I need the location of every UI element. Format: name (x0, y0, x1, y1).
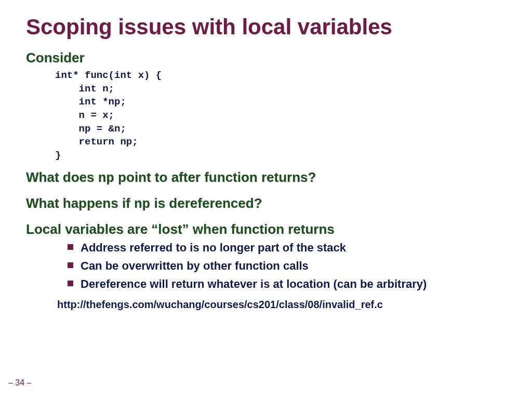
q1-pre: What does (26, 169, 98, 185)
square-bullet-icon (68, 281, 73, 286)
slide-body: Scoping issues with local variables Cons… (0, 0, 532, 311)
list-item: Dereference will return whatever is at l… (68, 277, 506, 292)
section-consider: Consider (26, 50, 506, 66)
q1-code: np (98, 170, 114, 186)
bullet-list: Address referred to is no longer part of… (68, 241, 506, 291)
section-question-1: What does np point to after function ret… (26, 169, 506, 186)
slide-title: Scoping issues with local variables (26, 15, 506, 39)
square-bullet-icon (68, 262, 73, 268)
square-bullet-icon (68, 244, 73, 250)
page-number: – 34 – (8, 378, 31, 388)
q2-post: is dereferenced? (150, 195, 262, 211)
section-question-2: What happens if np is dereferenced? (26, 195, 506, 212)
section-lost: Local variables are “lost” when function… (26, 221, 506, 237)
bullet-text-2: Can be overwritten by other function cal… (81, 259, 309, 274)
q1-post: point to after function returns? (114, 169, 316, 185)
reference-url: http://thefengs.com/wuchang/courses/cs20… (57, 299, 506, 311)
q2-code: np (134, 196, 150, 212)
list-item: Address referred to is no longer part of… (68, 241, 506, 256)
list-item: Can be overwritten by other function cal… (68, 259, 506, 274)
q2-pre: What happens if (26, 195, 134, 211)
code-block: int* func(int x) { int n; int *np; n = x… (55, 69, 506, 162)
bullet-text-3: Dereference will return whatever is at l… (81, 277, 427, 292)
bullet-text-1: Address referred to is no longer part of… (81, 241, 346, 256)
